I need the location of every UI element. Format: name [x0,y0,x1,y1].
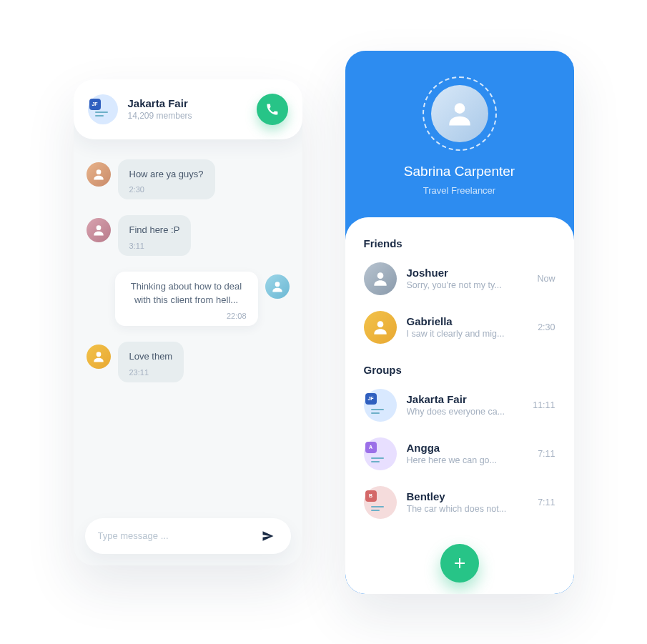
message-bubble: Find here :P3:11 [118,215,192,256]
message-input-bar [85,518,291,554]
phone-icon [266,103,279,116]
person-icon [371,269,390,288]
send-button[interactable] [258,526,278,546]
group-name: Jakarta Fair [407,393,523,405]
group-avatar: A [364,437,397,470]
person-icon [270,279,285,294]
group-name: Bentley [407,490,528,502]
friends-section-title: Friends [364,237,555,249]
message-input[interactable] [98,530,258,541]
profile-avatar-wrap [423,76,497,151]
send-icon [261,529,275,543]
message-text: How are ya guys? [129,168,204,182]
friend-item[interactable]: GabriellaI saw it clearly and mig...2:30 [364,305,555,350]
chat-screen: JF Jakarta Fair 14,209 members How are y… [74,79,302,565]
group-badge: B [365,490,377,502]
add-button[interactable] [440,544,479,583]
message-avatar [87,218,111,242]
message-text: Thinking about how to deal with this cli… [127,280,247,307]
message-row: How are ya guys?2:30 [87,159,290,200]
messages-area: How are ya guys?2:30Find here :P3:11Thin… [74,139,302,507]
person-icon [92,167,106,182]
message-row: Thinking about how to deal with this cli… [87,272,290,326]
person-icon [444,98,475,129]
message-text: Love them [129,350,173,364]
group-badge: JF [89,99,101,110]
person-icon [371,318,390,337]
friend-preview: Sorry, you're not my ty... [407,280,528,290]
doc-lines-icon [371,506,385,516]
message-bubble: Thinking about how to deal with this cli… [115,272,258,326]
group-time: 11:11 [533,400,555,410]
friend-avatar [364,262,397,295]
message-avatar [87,345,111,369]
friend-preview: I saw it clearly and mig... [407,329,528,339]
group-item[interactable]: AAnggaHere here we can go...7:11 [364,432,555,476]
message-row: Find here :P3:11 [87,215,290,256]
plus-icon [451,555,468,572]
svg-point-2 [275,282,280,287]
group-body: AnggaHere here we can go... [407,442,528,465]
group-time: 7:11 [538,449,555,459]
group-time: 7:11 [538,497,555,507]
svg-point-5 [377,272,383,279]
chat-header-text: Jakarta Fair 14,209 members [128,97,247,121]
doc-lines-icon [95,112,109,122]
friend-time: Now [537,274,555,284]
group-body: BentleyThe car which does not... [407,490,528,514]
group-preview: Why does everyone ca... [407,407,523,417]
profile-header: Sabrina Carpenter Travel Freelancer [345,51,574,217]
group-badge: JF [365,393,377,405]
svg-point-4 [454,103,465,114]
message-row: Love them23:11 [87,342,290,382]
group-body: Jakarta FairWhy does everyone ca... [407,393,523,417]
message-text: Find here :P [129,224,180,237]
profile-name: Sabrina Carpenter [404,164,515,179]
message-time: 22:08 [227,312,247,320]
message-time: 2:30 [129,185,204,194]
message-avatar [265,274,290,299]
friend-avatar [364,311,397,344]
contacts-panel: Friends JoshuerSorry, you're not my ty..… [345,217,574,594]
group-name: Angga [407,442,528,454]
message-avatar [87,162,111,187]
message-time: 23:11 [129,368,173,377]
chat-header-avatar: JF [88,94,118,124]
svg-point-1 [96,226,101,231]
chat-members: 14,209 members [128,111,247,121]
group-item[interactable]: JFJakarta FairWhy does everyone ca...11:… [364,383,555,427]
person-icon [92,223,106,237]
friend-body: GabriellaI saw it clearly and mig... [407,315,528,339]
group-avatar: B [364,486,397,519]
person-icon [92,350,106,364]
profile-role: Travel Freelancer [423,185,495,196]
svg-point-6 [377,321,383,327]
message-bubble: How are ya guys?2:30 [118,159,215,200]
group-preview: The car which does not... [407,504,528,514]
group-item[interactable]: BBentleyThe car which does not...7:11 [364,480,555,525]
chat-header: JF Jakarta Fair 14,209 members [74,79,302,139]
doc-lines-icon [371,457,385,467]
group-preview: Here here we can go... [407,455,528,465]
doc-lines-icon [371,409,385,419]
profile-avatar [431,85,488,142]
friend-name: Gabriella [407,315,528,327]
call-button[interactable] [257,94,288,125]
friend-name: Joshuer [407,267,528,279]
svg-point-3 [96,352,101,357]
friend-time: 2:30 [538,322,555,332]
group-badge: A [365,442,377,453]
profile-screen: Sabrina Carpenter Travel Freelancer Frie… [345,51,574,594]
svg-point-0 [96,169,101,174]
chat-title: Jakarta Fair [128,97,247,109]
group-avatar: JF [364,389,397,422]
message-bubble: Love them23:11 [118,342,184,382]
friend-body: JoshuerSorry, you're not my ty... [407,267,528,290]
message-time: 3:11 [129,242,180,250]
friend-item[interactable]: JoshuerSorry, you're not my ty...Now [364,257,555,301]
groups-section-title: Groups [364,364,555,376]
